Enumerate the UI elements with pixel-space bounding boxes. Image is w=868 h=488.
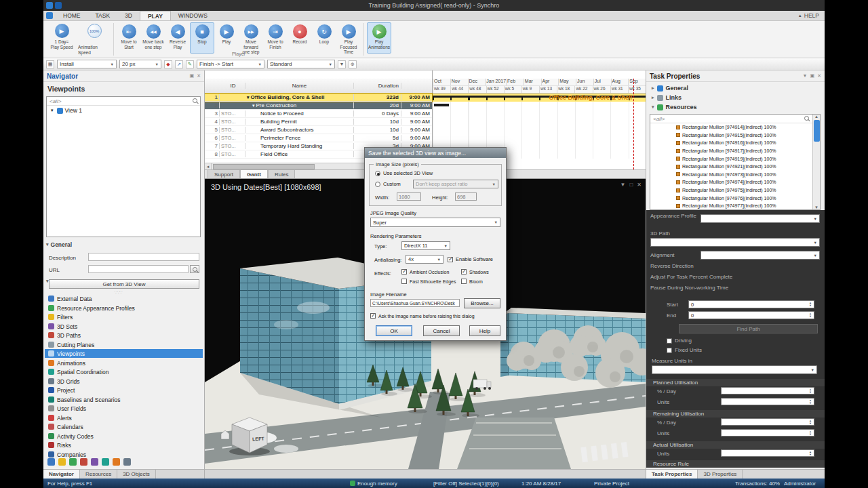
scrollbar-thumb[interactable]	[814, 120, 820, 142]
remaining-pct-day-field[interactable]: ▲▼	[721, 418, 814, 426]
tab-windows[interactable]: WINDOWS	[171, 11, 215, 20]
list-item[interactable]: Rectangular Mullion [974975](Indirect) 1…	[650, 186, 820, 195]
antialiasing-dropdown[interactable]: 4x▼	[406, 255, 443, 264]
reverse-play-button[interactable]: ◀Reverse Play	[165, 22, 190, 54]
sidebar-item-user-fields[interactable]: User Fields	[45, 404, 203, 413]
table-row[interactable]: 6STO... Perimeter Fence 5d9:00 AM	[205, 134, 432, 142]
move-forward-one-step-button[interactable]: ▶▶Move forward one step	[239, 22, 263, 54]
viewpoint-item[interactable]: ▾ View 1	[47, 106, 200, 115]
alignment-dropdown[interactable]: ▼	[701, 251, 820, 260]
spin-down-icon[interactable]: ▼	[809, 402, 812, 405]
spin-down-icon[interactable]: ▼	[809, 391, 812, 394]
list-item[interactable]: Rectangular Mullion [974919](Indirect) 1…	[650, 155, 820, 163]
scroll-left-icon[interactable]: ◄	[205, 163, 212, 170]
sidebar-item-alerts[interactable]: Alerts	[45, 413, 203, 422]
table-row[interactable]: 5STO... Award Subcontractors 10d9:00 AM	[205, 126, 432, 134]
animation-speed-control[interactable]: 100% Animation Speed	[78, 22, 111, 55]
tab-play[interactable]: PLAY	[140, 11, 171, 20]
height-input[interactable]	[455, 192, 477, 201]
3d-path-dropdown[interactable]: ▼	[650, 238, 820, 247]
row-height-dropdown[interactable]: 20 px▼	[119, 60, 161, 68]
sidebar-item-activity-codes[interactable]: Activity Codes	[45, 432, 203, 441]
url-browse-button[interactable]	[190, 265, 199, 273]
move-to-finish-button[interactable]: ⇥Move to Finish	[263, 22, 288, 54]
sidebar-item-3d-paths[interactable]: 3D Paths	[45, 331, 203, 340]
actual-units-field[interactable]: ▲▼	[721, 449, 814, 457]
grid-icon[interactable]: ▦	[46, 60, 54, 68]
width-input[interactable]	[397, 192, 421, 201]
list-item[interactable]: Rectangular Mullion [974921](Indirect) 1…	[650, 163, 820, 171]
sidebar-item-external-data[interactable]: External Data	[45, 294, 203, 303]
tab-task[interactable]: TASK	[88, 11, 118, 20]
sidebar-item-resource-appearance-profiles[interactable]: Resource Appearance Profiles	[45, 304, 203, 312]
table-row[interactable]: 1 ▾Office Building, Core & Shell 323d9:0…	[205, 94, 432, 102]
filename-input[interactable]	[370, 299, 460, 307]
link-type-dropdown[interactable]: Finish -> Start▼	[197, 60, 264, 68]
play-animations-button[interactable]: ▶Play Animations	[367, 22, 391, 54]
status-filter[interactable]: [Filter Off] Selected(1)[0](0)	[433, 479, 499, 488]
scroll-down-icon[interactable]: ▼	[814, 205, 818, 209]
sidebar-item-3d-sets[interactable]: 3D Sets	[45, 322, 203, 331]
play-focused-time-button[interactable]: ▶Play Focused Time	[336, 22, 361, 54]
column-name[interactable]: Name	[245, 83, 354, 89]
chevron-down-icon[interactable]: ▼	[803, 73, 808, 79]
install-dropdown[interactable]: Install▼	[57, 60, 117, 68]
sidebar-item-3d-grids[interactable]: 3D Grids	[45, 377, 203, 386]
close-icon[interactable]: ✕	[637, 182, 642, 188]
summary-bar-row[interactable]: Office Building, Core & Shell	[433, 94, 646, 102]
start-field[interactable]: 0▲▼	[688, 300, 814, 308]
bloom-checkbox[interactable]	[461, 279, 467, 284]
list-item[interactable]: Rectangular Mullion [974916](Indirect) 1…	[650, 139, 820, 147]
cancel-button[interactable]: Cancel	[423, 325, 460, 336]
viewpoints-search[interactable]: <all>	[47, 97, 200, 106]
ok-button[interactable]: OK	[376, 325, 412, 336]
spin-down-icon[interactable]: ▼	[809, 304, 812, 307]
ambient-occlusion-checkbox[interactable]	[401, 269, 407, 274]
browse-button[interactable]: Browse...	[464, 298, 500, 308]
grid-view-icon[interactable]	[47, 458, 55, 466]
spin-down-icon[interactable]: ▼	[809, 433, 812, 436]
filter-icon[interactable]: ▼	[338, 60, 346, 68]
appearance-profile-dropdown[interactable]: ▼	[701, 214, 820, 223]
description-field[interactable]	[88, 253, 199, 261]
tab-navigator[interactable]: Navigator	[43, 470, 80, 479]
url-field[interactable]	[88, 265, 189, 273]
pre-construction-bar[interactable]	[434, 104, 449, 106]
record-button[interactable]: ●Record	[288, 22, 312, 54]
type-dropdown[interactable]: DirectX 11▼	[401, 241, 450, 250]
move-back-one-step-button[interactable]: ◀◀Move back one step	[141, 22, 165, 54]
link-tool-icon[interactable]: ↗	[175, 60, 183, 68]
dialog-title-bar[interactable]: Save the selected 3D view as image...	[365, 148, 506, 158]
shadows-checkbox[interactable]	[461, 269, 467, 274]
sidebar-item-baselines-and-scenarios[interactable]: Baselines and Scenarios	[45, 395, 203, 404]
help-button[interactable]: Help	[469, 325, 500, 336]
column-duration[interactable]: Duration	[354, 83, 401, 89]
zoom-icon[interactable]: ⊕	[349, 60, 357, 68]
list-item[interactable]: Rectangular Mullion [974917](Indirect) 1…	[650, 147, 820, 155]
aspect-ratio-dropdown[interactable]: Don't keep aspect ratio▼	[413, 180, 498, 188]
loop-button[interactable]: ↻Loop	[312, 22, 336, 54]
globe-icon[interactable]	[102, 458, 109, 466]
users-icon[interactable]	[69, 458, 77, 466]
get-from-3d-view-button[interactable]: Get from 3D View	[49, 279, 199, 289]
sidebar-item-project[interactable]: Project	[45, 386, 203, 394]
jpeg-quality-dropdown[interactable]: Super▼	[370, 218, 500, 227]
tab-resources[interactable]: Resources	[80, 470, 117, 479]
profile-dropdown[interactable]: Standard▼	[267, 60, 335, 68]
resources-scrollbar[interactable]: ▲ ▼	[812, 115, 820, 209]
quick-access-icon[interactable]	[55, 2, 62, 9]
tree-item-resources[interactable]: ▾ Resources	[652, 104, 697, 110]
fast-silhouette-checkbox[interactable]	[401, 279, 407, 284]
ask-image-name-checkbox[interactable]	[370, 313, 376, 319]
end-field[interactable]: 0▲▼	[688, 311, 814, 319]
tab-3d-objects[interactable]: 3D Objects	[117, 470, 156, 479]
sidebar-item-animations[interactable]: Animations	[45, 359, 203, 367]
tree-expand-icon[interactable]: ▾	[247, 95, 250, 100]
pen-tool-icon[interactable]: ✎	[186, 60, 194, 68]
list-item[interactable]: Rectangular Mullion [974973](Indirect) 1…	[650, 171, 820, 179]
tab-task-properties[interactable]: Task Properties	[646, 470, 698, 479]
settings-icon[interactable]	[123, 458, 131, 466]
list-item[interactable]: Rectangular Mullion [974977](Indirect) 1…	[650, 202, 820, 210]
list-item[interactable]: Rectangular Mullion [974914](Indirect) 1…	[650, 123, 820, 131]
driving-checkbox[interactable]	[667, 338, 672, 344]
